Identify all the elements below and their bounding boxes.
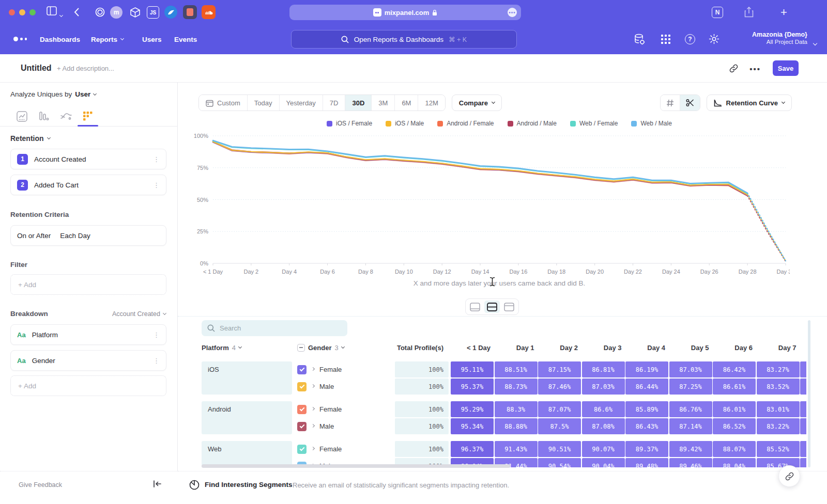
retention-value-cell[interactable]: 88.3% <box>495 401 538 417</box>
platform-cell[interactable]: Web <box>202 441 292 467</box>
platform-cell[interactable]: iOS <box>202 361 292 395</box>
analyze-value-dropdown[interactable]: User <box>75 90 96 98</box>
retention-value-cell[interactable]: 87.03% <box>582 379 625 395</box>
chevron-down-icon[interactable] <box>60 9 63 19</box>
gender-cell[interactable]: Female <box>297 361 393 377</box>
data-management-icon[interactable] <box>634 34 645 45</box>
retention-value-cell[interactable]: 86.76% <box>669 401 712 417</box>
url-more-button[interactable]: ••• <box>508 8 517 17</box>
breakdown-options-icon[interactable]: ⋮ <box>153 359 160 362</box>
retention-section-header[interactable]: Retention <box>10 134 50 143</box>
breakdown-card-platform[interactable]: AaPlatform⋮ <box>10 324 166 345</box>
retention-value-cell[interactable]: 89.48% <box>625 458 668 467</box>
column-header-gender[interactable]: Gender 3 <box>297 341 344 354</box>
step-options-icon[interactable]: ⋮ <box>153 184 160 186</box>
js-extension-icon[interactable]: JS <box>147 6 159 19</box>
collapse-sidebar-icon[interactable] <box>153 480 161 487</box>
range-today[interactable]: Today <box>248 95 280 111</box>
report-title[interactable]: Untitled <box>21 64 52 73</box>
window-zoom-button[interactable] <box>29 9 36 15</box>
save-button[interactable]: Save <box>773 60 799 76</box>
retention-value-cell[interactable]: 88.88% <box>495 418 538 434</box>
browser-back-icon[interactable] <box>74 8 79 17</box>
retention-value-cell[interactable]: 89.37% <box>625 441 668 457</box>
nav-item-users[interactable]: Users <box>142 34 162 44</box>
report-more-menu[interactable]: ••• <box>749 65 761 73</box>
retention-value-cell[interactable]: 86.61% <box>713 379 756 395</box>
breakdown-card-gender[interactable]: AaGender⋮ <box>10 350 166 371</box>
filter-add-button[interactable]: + Add <box>10 274 166 295</box>
breakdown-scope-dropdown[interactable]: Account Created <box>112 310 166 318</box>
platform-cell[interactable]: Android <box>202 401 292 434</box>
address-bar[interactable]: mixpanel.com ••• <box>289 5 521 20</box>
global-search-button[interactable]: Open Reports & Dashboards ⌘ + K <box>291 30 517 49</box>
layout-chart-only-button[interactable] <box>467 301 483 313</box>
retention-value-cell[interactable]: 83.27% <box>757 361 800 377</box>
column-header-day[interactable]: < 1 Day <box>451 341 494 354</box>
gender-cell[interactable]: Female <box>297 401 393 417</box>
legend-item[interactable]: Android / Male <box>508 120 557 127</box>
retention-value-cell[interactable]: 89.42% <box>669 441 712 457</box>
retention-value-cell[interactable]: 88.07% <box>713 441 756 457</box>
legend-item[interactable]: Web / Male <box>631 120 671 127</box>
column-header-platform[interactable]: Platform 4 <box>202 341 241 354</box>
column-header-total[interactable]: Total Profile(s) <box>395 341 443 354</box>
apps-grid-icon[interactable] <box>661 35 671 44</box>
retention-value-cell[interactable]: 95.34% <box>451 418 494 434</box>
retention-value-cell[interactable]: 87.14% <box>669 418 712 434</box>
retention-value-cell[interactable]: 86.44% <box>625 379 668 395</box>
red-app-extension-icon[interactable] <box>183 5 197 19</box>
avatar-m-icon[interactable]: m <box>110 6 122 19</box>
retention-value-cell[interactable]: 90.07% <box>582 441 625 457</box>
column-header-day[interactable]: Day 3 <box>582 341 625 354</box>
cube-extension-icon[interactable] <box>128 5 142 19</box>
retention-value-cell[interactable]: 90.04% <box>582 458 625 467</box>
layout-table-only-button[interactable] <box>501 301 517 313</box>
target-extension-icon[interactable] <box>93 5 107 19</box>
retention-value-cell[interactable]: 95.37% <box>451 379 494 395</box>
copy-link-icon[interactable] <box>729 64 738 73</box>
legend-item[interactable]: Web / Female <box>570 120 618 127</box>
retention-value-cell[interactable]: 87.08% <box>582 418 625 434</box>
share-icon[interactable] <box>744 7 754 18</box>
gender-cell[interactable]: Female <box>297 441 393 457</box>
retention-value-cell[interactable]: 87.25% <box>669 379 712 395</box>
criteria-on-or-after[interactable]: On or After <box>17 232 51 240</box>
retention-value-cell[interactable]: 86.42% <box>713 361 756 377</box>
expand-chevron-icon[interactable] <box>311 406 315 410</box>
mixpanel-logo[interactable] <box>13 37 27 41</box>
project-switcher[interactable]: Amazonia {Demo} All Project Data <box>752 31 807 45</box>
retention-value-cell[interactable]: 88.51% <box>495 361 538 377</box>
window-close-button[interactable] <box>9 9 15 15</box>
gender-cell[interactable]: Male <box>297 379 393 395</box>
retention-value-cell[interactable]: 86.52% <box>713 418 756 434</box>
legend-item[interactable]: iOS / Female <box>327 120 372 127</box>
retention-step-card[interactable]: 1Account Created⋮ <box>10 149 166 169</box>
series-checkbox[interactable] <box>297 382 307 391</box>
range-30d[interactable]: 30D <box>345 95 372 111</box>
column-header-day[interactable]: Day 2 <box>538 341 581 354</box>
range-3m[interactable]: 3M <box>372 95 395 111</box>
retention-value-cell[interactable]: 86.81% <box>582 361 625 377</box>
retention-criteria-card[interactable]: On or After Each Day <box>10 225 166 246</box>
column-header-day[interactable]: Day 5 <box>669 341 712 354</box>
grid-values-toggle[interactable] <box>661 95 680 111</box>
retention-value-cell[interactable]: 95.11% <box>451 361 494 377</box>
give-feedback-link[interactable]: Give Feedback <box>19 481 62 489</box>
breakdown-add-button[interactable]: + Add <box>10 375 166 396</box>
range-7d[interactable]: 7D <box>323 95 346 111</box>
retention-value-cell[interactable]: 83.01% <box>757 401 800 417</box>
legend-item[interactable]: iOS / Male <box>386 120 424 127</box>
series-checkbox[interactable] <box>297 365 307 374</box>
retention-value-cell[interactable]: 90.54% <box>538 458 581 467</box>
column-header-day[interactable]: Day 7 <box>757 341 800 354</box>
compare-button[interactable]: Compare <box>452 94 502 111</box>
horizontal-scrollbar[interactable] <box>202 464 510 468</box>
retention-value-cell[interactable]: 87.46% <box>538 379 581 395</box>
series-checkbox[interactable] <box>297 445 307 454</box>
retention-value-cell[interactable]: 85.52% <box>757 441 800 457</box>
retention-value-cell[interactable]: 87.07% <box>538 401 581 417</box>
retention-value-cell[interactable]: 85.89% <box>625 401 668 417</box>
window-minimize-button[interactable] <box>19 9 25 15</box>
retention-chart[interactable]: 0%25%50%75%100%< 1 DayDay 2Day 4Day 6Day… <box>190 132 790 277</box>
